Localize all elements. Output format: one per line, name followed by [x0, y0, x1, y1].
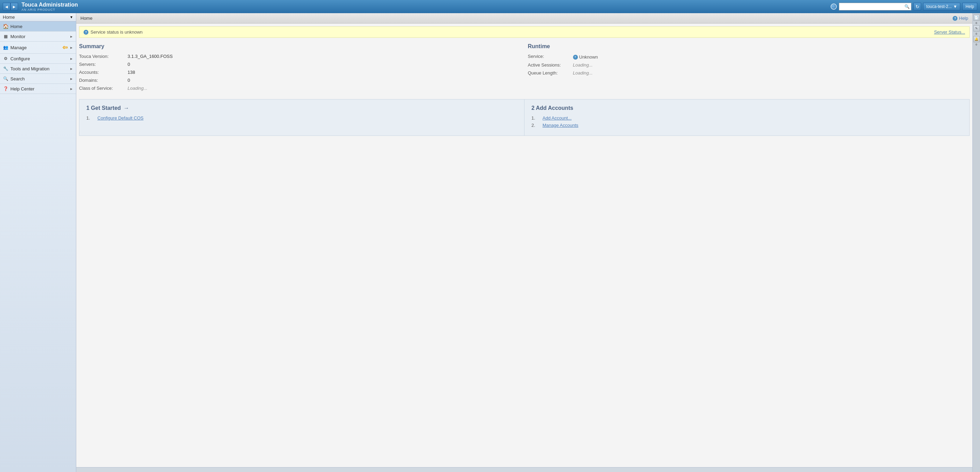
breadcrumb: Home	[80, 16, 92, 21]
header-search-box: 🔍	[839, 3, 912, 10]
user-dropdown-icon: ▼	[953, 4, 957, 9]
main-layout: Home ▼ 🏠 Home ▦ Monitor ► 👥 Manage ⇦ ► ⚙	[0, 13, 980, 472]
right-panel-icon-2[interactable]: ✎	[974, 25, 980, 32]
sidebar-item-tools[interactable]: 🔧 Tools and Migration ►	[0, 64, 76, 74]
summary-row-servers: Servers: 0	[79, 62, 521, 67]
summary-runtime-grid: Summary Touca Version: 3.1.3_GA_1600.FOS…	[76, 41, 972, 96]
help-sidebar-icon: ❓	[3, 86, 8, 92]
search-icon: 🔍	[904, 4, 910, 9]
sidebar-items: 🏠 Home ▦ Monitor ► 👥 Manage ⇦ ► ⚙ Config…	[0, 21, 76, 472]
step-2-header: 2 Add Accounts	[531, 105, 963, 111]
runtime-service-value: ? Unknown	[573, 54, 598, 60]
runtime-queue-label: Queue Length:	[528, 70, 573, 76]
step-add-accounts: 2 Add Accounts 1. Add Account... 2. Mana…	[524, 100, 969, 135]
step-get-started: 1 Get Started → 1. Configure Default COS	[80, 100, 524, 135]
configure-icon: ⚙	[3, 56, 8, 61]
search-sidebar-icon: 🔍	[3, 76, 8, 81]
summary-row-accounts: Accounts: 138	[79, 70, 521, 75]
summary-cos-value: Loading...	[127, 86, 147, 91]
sidebar-home-dropdown[interactable]: Home ▼	[0, 13, 76, 21]
status-message-text: Service status is unknown	[91, 29, 143, 35]
app-subtitle: AN ARIS PRODUCT	[21, 8, 830, 11]
monitor-arrow-icon: ►	[70, 35, 73, 38]
step-1-item-1: 1. Configure Default COS	[86, 115, 517, 121]
summary-version-value: 3.1.3_GA_1600.FOSS	[127, 54, 173, 59]
summary-accounts-label: Accounts:	[79, 70, 127, 75]
content-help-button[interactable]: ? Help	[953, 16, 968, 21]
step-1-item-1-num: 1.	[86, 115, 93, 121]
runtime-queue-value: Loading...	[573, 70, 593, 76]
right-panel: 📄 0 ✎ 0 🔔 0	[972, 13, 980, 472]
configure-default-cos-link[interactable]: Configure Default COS	[97, 115, 143, 121]
dropdown-arrow-icon: ▼	[70, 15, 73, 19]
status-banner-message: ? Service status is unknown	[84, 29, 143, 35]
content-area: Home ? Help ? Service status is unknown …	[76, 13, 972, 472]
sidebar-item-configure-label: Configure	[10, 56, 68, 61]
bottom-scrollbar[interactable]	[76, 467, 972, 472]
right-panel-icon-1[interactable]: 📄	[974, 14, 980, 21]
nav-buttons: ◀ ▶	[3, 3, 18, 10]
step-1-number: 1 Get Started	[86, 105, 121, 111]
configure-arrow-icon: ►	[70, 57, 73, 60]
sidebar-item-home[interactable]: 🏠 Home	[0, 21, 76, 32]
step-2-item-1-num: 1.	[531, 115, 538, 121]
refresh-button[interactable]: ↻	[913, 3, 921, 10]
step-2-item-1: 1. Add Account...	[531, 115, 963, 121]
sidebar-item-search[interactable]: 🔍 Search ►	[0, 74, 76, 84]
home-icon: 🏠	[3, 24, 8, 29]
help-arrow-icon: ►	[70, 87, 73, 91]
manage-highlight-arrow-icon: ⇦	[62, 44, 68, 51]
help-button[interactable]: Help	[963, 3, 977, 10]
right-panel-icon-3[interactable]: 🔔	[974, 36, 980, 42]
app-title-block: Touca Administration AN ARIS PRODUCT	[21, 2, 830, 11]
runtime-title: Runtime	[528, 43, 970, 49]
home-dropdown-label: Home	[3, 14, 68, 20]
right-panel-badge-1: 0	[975, 21, 977, 25]
summary-row-cos: Class of Service: Loading...	[79, 86, 521, 91]
step-1-arrow-icon: →	[124, 105, 129, 111]
sidebar-item-monitor-label: Monitor	[10, 34, 68, 39]
sidebar: Home ▼ 🏠 Home ▦ Monitor ► 👥 Manage ⇦ ► ⚙	[0, 13, 76, 472]
sidebar-item-manage[interactable]: 👥 Manage ⇦ ►	[0, 41, 76, 54]
help-label: Help	[966, 4, 974, 9]
right-panel-badge-3: 0	[975, 43, 977, 46]
globe-icon	[830, 3, 837, 10]
summary-servers-value: 0	[127, 62, 130, 67]
app-header: ◀ ▶ Touca Administration AN ARIS PRODUCT…	[0, 0, 980, 13]
sidebar-item-help-label: Help Center	[10, 86, 68, 92]
sidebar-item-monitor[interactable]: ▦ Monitor ►	[0, 32, 76, 41]
forward-button[interactable]: ▶	[10, 3, 18, 10]
runtime-sessions-value: Loading...	[573, 62, 593, 68]
sidebar-item-help[interactable]: ❓ Help Center ►	[0, 84, 76, 94]
runtime-row-service: Service: ? Unknown	[528, 54, 970, 60]
summary-accounts-value: 138	[127, 70, 135, 75]
server-status-link[interactable]: Server Status...	[934, 29, 965, 35]
step-2-number: 2 Add Accounts	[531, 105, 573, 111]
runtime-section: Runtime Service: ? Unknown Active Sessio…	[528, 43, 970, 94]
back-button[interactable]: ◀	[3, 3, 10, 10]
summary-domains-label: Domains:	[79, 78, 127, 83]
step-2-item-2: 2. Manage Accounts	[531, 123, 963, 128]
status-banner: ? Service status is unknown Server Statu…	[79, 26, 970, 38]
sidebar-item-configure[interactable]: ⚙ Configure ►	[0, 54, 76, 64]
content-help-icon: ?	[953, 16, 958, 21]
manage-arrow-icon: ►	[70, 46, 73, 49]
summary-cos-label: Class of Service:	[79, 86, 127, 91]
sidebar-item-tools-label: Tools and Migration	[10, 66, 68, 72]
header-search-input[interactable]	[841, 4, 903, 9]
runtime-service-label: Service:	[528, 54, 573, 59]
summary-section: Summary Touca Version: 3.1.3_GA_1600.FOS…	[79, 43, 521, 94]
content-header: Home ? Help	[76, 13, 972, 24]
right-panel-badge-2: 0	[975, 32, 977, 35]
runtime-row-sessions: Active Sessions: Loading...	[528, 62, 970, 68]
add-account-link[interactable]: Add Account...	[542, 115, 572, 121]
manage-accounts-link[interactable]: Manage Accounts	[542, 123, 578, 128]
content-wrapper: Home ? Help ? Service status is unknown …	[76, 13, 980, 472]
sidebar-item-search-label: Search	[10, 76, 68, 81]
step-2-item-2-num: 2.	[531, 123, 538, 128]
summary-row-domains: Domains: 0	[79, 78, 521, 83]
sidebar-item-home-label: Home	[10, 24, 73, 29]
user-button[interactable]: touca-test-2... ▼	[923, 3, 960, 10]
sidebar-item-manage-label: Manage	[10, 45, 60, 50]
runtime-row-queue: Queue Length: Loading...	[528, 70, 970, 76]
